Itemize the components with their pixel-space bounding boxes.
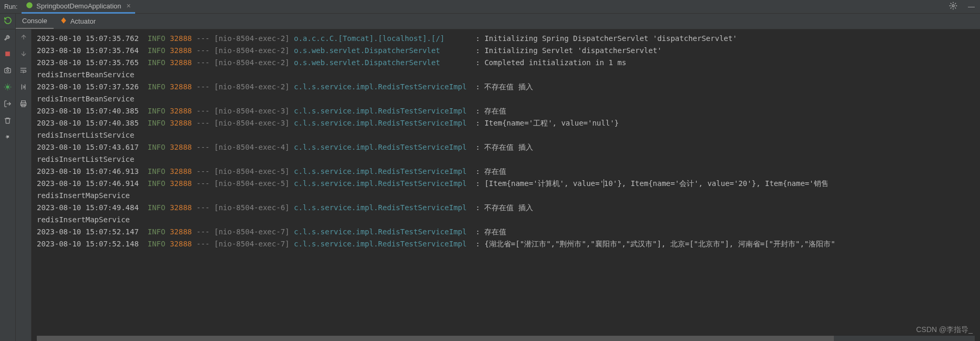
log-line: redisInsertListService	[37, 129, 975, 141]
exit-icon[interactable]	[4, 100, 12, 109]
log-line: 2023-08-10 15:07:52.147 INFO 32888 --- […	[37, 226, 975, 238]
svg-point-5	[6, 85, 9, 88]
trash-icon[interactable]	[4, 117, 12, 126]
hide-icon[interactable]: —	[963, 3, 980, 11]
rerun-icon	[4, 16, 12, 26]
camera-icon[interactable]	[4, 66, 12, 76]
close-icon[interactable]: ×	[127, 2, 131, 10]
svg-point-1	[952, 5, 954, 7]
log-line: 2023-08-10 15:07:40.385 INFO 32888 --- […	[37, 117, 975, 129]
log-line: 2023-08-10 15:07:49.484 INFO 32888 --- […	[37, 202, 975, 214]
arrow-down-icon[interactable]	[20, 50, 27, 59]
wrench-icon[interactable]	[4, 34, 12, 43]
second-gutter	[16, 29, 32, 341]
pin-icon[interactable]	[4, 133, 12, 142]
rerun-button[interactable]	[0, 14, 16, 29]
run-tab-label: SpringbootDemoApplication	[36, 2, 121, 10]
log-line: 2023-08-10 15:07:35.765 INFO 32888 --- […	[37, 57, 975, 69]
sub-tabs: Console Actuator	[16, 14, 102, 29]
log-line: 2023-08-10 15:07:46.914 INFO 32888 --- […	[37, 178, 975, 190]
svg-rect-3	[5, 68, 11, 73]
scroll-to-end-icon[interactable]	[19, 83, 27, 92]
stop-icon[interactable]	[4, 50, 11, 59]
log-line: 2023-08-10 15:07:52.148 INFO 32888 --- […	[37, 238, 975, 250]
run-label: Run:	[0, 3, 22, 11]
bug-icon[interactable]	[4, 83, 12, 92]
tab-actuator-label: Actuator	[70, 17, 96, 25]
sub-bar: Console Actuator	[0, 14, 980, 29]
tab-console-label: Console	[22, 17, 47, 25]
log-line: redisInsertBeanService	[37, 93, 975, 105]
arrow-up-icon[interactable]	[20, 34, 27, 43]
log-line: redisInsertMapService	[37, 190, 975, 202]
log-line: 2023-08-10 15:07:40.385 INFO 32888 --- […	[37, 105, 975, 117]
log-line: redisInsertMapService	[37, 214, 975, 226]
log-line: redisInsertBeanService	[37, 69, 975, 81]
scrollbar-thumb[interactable]	[37, 336, 834, 341]
svg-point-4	[7, 69, 9, 71]
log-line: 2023-08-10 15:07:46.913 INFO 32888 --- […	[37, 166, 975, 178]
horizontal-scrollbar[interactable]	[37, 336, 975, 341]
run-config-tab[interactable]: SpringbootDemoApplication ×	[22, 0, 135, 14]
top-bar: Run: SpringbootDemoApplication × —	[0, 0, 980, 14]
spring-icon	[26, 2, 33, 11]
tab-actuator[interactable]: Actuator	[54, 14, 102, 29]
watermark: CSDN @李指导_	[916, 325, 973, 335]
log-line: 2023-08-10 15:07:35.764 INFO 32888 --- […	[37, 45, 975, 57]
left-gutter	[0, 29, 16, 341]
main-area: 2023-08-10 15:07:35.762 INFO 32888 --- […	[0, 29, 980, 341]
svg-point-0	[27, 2, 33, 8]
soft-wrap-icon[interactable]	[19, 66, 27, 76]
print-icon[interactable]	[19, 100, 27, 109]
log-line: 2023-08-10 15:07:37.526 INFO 32888 --- […	[37, 81, 975, 93]
log-line: 2023-08-10 15:07:43.617 INFO 32888 --- […	[37, 141, 975, 153]
console-output[interactable]: 2023-08-10 15:07:35.762 INFO 32888 --- […	[32, 29, 980, 341]
svg-rect-2	[5, 51, 10, 56]
log-line: redisInsertListService	[37, 153, 975, 166]
actuator-icon	[60, 17, 67, 26]
gear-icon[interactable]	[944, 2, 963, 12]
tab-console[interactable]: Console	[16, 14, 54, 29]
log-line: 2023-08-10 15:07:35.762 INFO 32888 --- […	[37, 33, 975, 45]
